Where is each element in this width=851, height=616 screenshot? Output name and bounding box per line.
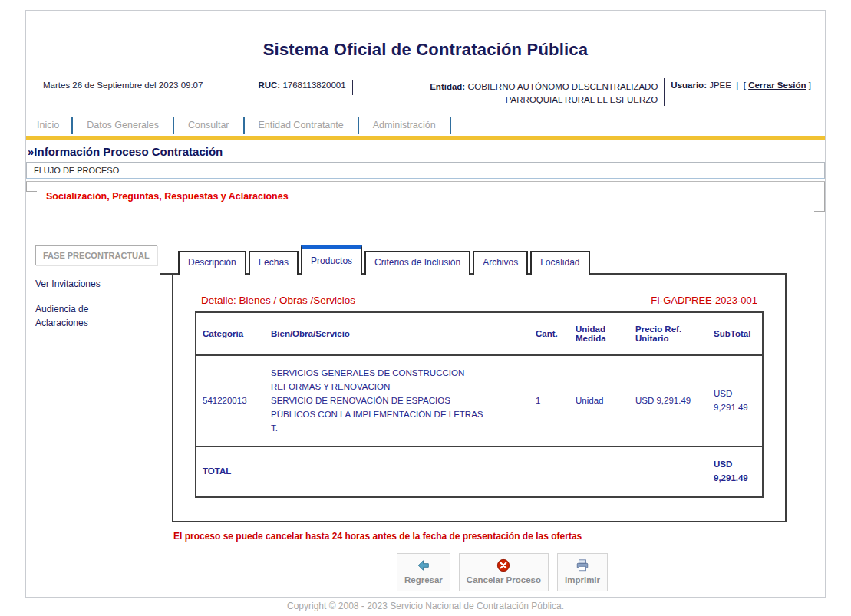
printer-icon xyxy=(576,558,589,572)
menu-item-entidad-contratante[interactable]: Entidad Contratante xyxy=(245,117,359,134)
cell-descripcion: SERVICIOS GENERALES DE CONSTRUCCION REFO… xyxy=(265,355,529,446)
tab-bar: Descripción Fechas Productos Criterios d… xyxy=(178,245,787,275)
logout-link[interactable]: Cerrar Sesión xyxy=(748,81,806,90)
table-total-row: TOTAL USD 9,291.49 xyxy=(196,446,763,497)
cell-categoria: 541220013 xyxy=(196,355,265,446)
total-value: USD 9,291.49 xyxy=(708,446,763,497)
tab-archivos[interactable]: Archivos xyxy=(473,251,528,275)
cell-precio-unitario: USD 9,291.49 xyxy=(629,355,708,446)
ruc-value: RUC: 1768113820001 xyxy=(258,78,345,106)
bracket: [ xyxy=(744,81,746,90)
imprimir-button[interactable]: Imprimir xyxy=(557,553,608,591)
tab-criterios-inclusion[interactable]: Criterios de Inclusión xyxy=(364,251,470,275)
page-container: Sistema Oficial de Contratación Pública … xyxy=(25,10,826,598)
column-header-precio-ref: Precio Ref. Unitario xyxy=(629,312,708,355)
action-buttons: Regresar Cancelar Proceso xyxy=(172,553,787,591)
total-label: TOTAL xyxy=(196,446,265,497)
fase-precontractual-box: FASE PRECONTRACTUAL xyxy=(35,245,157,265)
user-session: Usuario: JPEE | [ Cerrar Sesión ] xyxy=(671,78,811,106)
divider xyxy=(664,78,665,106)
cell-cantidad: 1 xyxy=(529,355,569,446)
bracket: ] xyxy=(809,81,811,90)
menu-item-datos-generales[interactable]: Datos Generales xyxy=(73,117,174,134)
usuario-value: JPEE xyxy=(709,81,731,90)
accent-divider xyxy=(26,136,825,140)
entidad-value: Entidad: GOBIERNO AUTÓNOMO DESCENTRALIZA… xyxy=(404,78,658,106)
cell-unidad: Unidad xyxy=(569,355,629,446)
cancelar-proceso-button[interactable]: Cancelar Proceso xyxy=(459,553,549,591)
page-title: Sistema Oficial de Contratación Pública xyxy=(26,11,825,60)
table-header-row: Categoría Bien/Obra/Servicio Cant. Unida… xyxy=(196,312,763,355)
process-flow-header[interactable]: FLUJO DE PROCESO xyxy=(26,162,825,179)
tab-productos[interactable]: Productos xyxy=(301,245,362,275)
current-date: Martes 26 de Septiembre del 2023 09:07 xyxy=(43,78,203,106)
main-content: FASE PRECONTRACTUAL Ver Invitaciones Aud… xyxy=(26,245,825,591)
cell-subtotal: USD 9,291.49 xyxy=(708,355,763,446)
detail-header: Detalle: Bienes / Obras /Servicios FI-GA… xyxy=(195,295,764,311)
content-column: Descripción Fechas Productos Criterios d… xyxy=(172,245,787,591)
process-stage-label: Socialización, Preguntas, Respuestas y A… xyxy=(26,182,825,202)
tab-descripcion[interactable]: Descripción xyxy=(178,251,246,275)
menu-item-inicio[interactable]: Inicio xyxy=(26,117,73,134)
sidebar-item-ver-invitaciones[interactable]: Ver Invitaciones xyxy=(35,277,126,291)
column-header-cant: Cant. xyxy=(529,312,569,355)
products-table: Categoría Bien/Obra/Servicio Cant. Unida… xyxy=(195,311,764,498)
sidebar-item-audiencia-aclaraciones[interactable]: Audiencia de Aclaraciones xyxy=(35,302,126,330)
table-row: 541220013 SERVICIOS GENERALES DE CONSTRU… xyxy=(196,355,763,446)
tab-content-panel: Detalle: Bienes / Obras /Servicios FI-GA… xyxy=(172,273,787,522)
menu-item-consultar[interactable]: Consultar xyxy=(174,117,245,134)
section-title: »Información Proceso Contratación xyxy=(28,145,823,158)
ruc-label: RUC: xyxy=(258,81,280,90)
detail-title: Detalle: Bienes / Obras /Servicios xyxy=(201,295,355,306)
regresar-button[interactable]: Regresar xyxy=(397,553,450,591)
tab-localidad[interactable]: Localidad xyxy=(530,251,589,275)
sidebar: FASE PRECONTRACTUAL Ver Invitaciones Aud… xyxy=(26,245,172,591)
column-header-bien-obra-servicio: Bien/Obra/Servicio xyxy=(265,312,529,355)
cancellation-warning: El proceso se puede cancelar hasta 24 ho… xyxy=(173,531,787,542)
column-header-categoria: Categoría xyxy=(196,312,265,355)
copyright-text: Copyright © 2008 - 2023 Servicio Naciona… xyxy=(26,601,825,611)
entidad-label: Entidad: xyxy=(430,82,465,91)
column-header-subtotal: SubTotal xyxy=(708,312,763,355)
process-flow-panel: Socialización, Preguntas, Respuestas y A… xyxy=(26,181,825,221)
divider xyxy=(352,80,353,95)
tab-fechas[interactable]: Fechas xyxy=(249,251,299,275)
main-menu: Inicio Datos Generales Consultar Entidad… xyxy=(26,117,825,134)
menu-item-administracion[interactable]: Administración xyxy=(359,117,451,134)
back-arrow-icon xyxy=(417,558,430,572)
cancel-icon xyxy=(496,558,510,572)
divider: | xyxy=(734,81,741,90)
session-info-bar: Martes 26 de Septiembre del 2023 09:07 R… xyxy=(35,78,816,106)
process-code: FI-GADPREE-2023-001 xyxy=(651,295,757,306)
usuario-label: Usuario: xyxy=(671,81,707,90)
column-header-unidad-medida: Unidad Medida xyxy=(569,312,629,355)
